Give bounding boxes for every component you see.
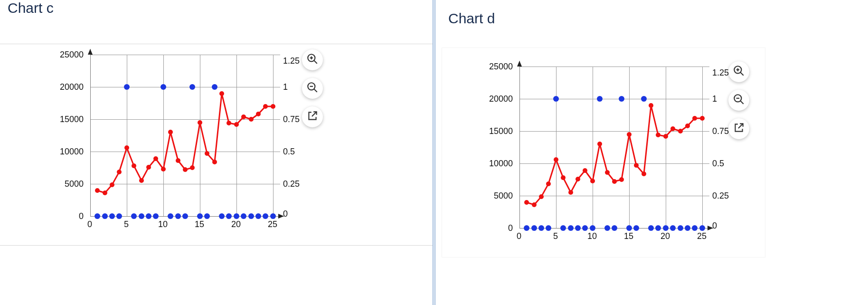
svg-point-56 (204, 213, 210, 219)
series-red (524, 103, 705, 207)
y2tick: 1.25 (283, 56, 300, 66)
svg-point-92 (539, 194, 544, 199)
svg-point-111 (678, 129, 683, 133)
svg-point-21 (132, 163, 136, 168)
xtick: 10 (587, 231, 597, 241)
svg-point-39 (263, 104, 268, 109)
svg-point-26 (168, 130, 173, 134)
zoom-in-icon (306, 53, 319, 67)
svg-point-38 (256, 112, 261, 116)
svg-point-121 (568, 225, 574, 231)
chart-d-title: Chart d (448, 10, 495, 27)
open-external-button[interactable] (728, 118, 749, 139)
svg-point-47 (139, 213, 144, 219)
svg-point-132 (648, 225, 654, 231)
svg-point-45 (124, 84, 130, 90)
svg-point-16 (95, 188, 100, 193)
y2tick: 1.25 (712, 68, 729, 78)
svg-line-73 (312, 112, 317, 116)
svg-point-30 (198, 120, 202, 125)
svg-point-127 (612, 225, 617, 231)
zoom-in-button[interactable] (728, 61, 749, 82)
svg-point-120 (560, 225, 566, 231)
svg-point-50 (160, 84, 166, 90)
svg-point-42 (102, 213, 108, 219)
svg-point-110 (670, 126, 675, 131)
zoom-in-icon (733, 65, 745, 79)
ytick: 5000 (56, 179, 84, 189)
xtick: 20 (231, 219, 241, 229)
svg-point-135 (670, 225, 676, 231)
svg-point-128 (619, 96, 624, 102)
svg-point-44 (116, 213, 122, 219)
svg-point-58 (219, 213, 225, 219)
y2tick: 0 (712, 221, 717, 231)
ytick: 25000 (56, 50, 84, 60)
zoom-out-button[interactable] (302, 78, 323, 99)
svg-point-37 (249, 117, 254, 122)
svg-point-51 (168, 213, 173, 219)
svg-point-31 (205, 151, 209, 156)
svg-point-63 (255, 213, 261, 219)
y2tick: 1 (712, 94, 717, 104)
open-external-icon (733, 122, 745, 136)
svg-point-36 (241, 114, 246, 119)
y2tick: 0.5 (283, 147, 295, 157)
xtick: 25 (268, 219, 277, 229)
series-red (95, 91, 275, 195)
svg-point-17 (103, 191, 107, 195)
svg-line-67 (314, 60, 317, 64)
svg-point-91 (532, 202, 537, 207)
ytick: 10000 (56, 147, 84, 157)
svg-point-93 (546, 181, 551, 186)
chart-c-plot (57, 45, 342, 245)
svg-point-43 (109, 213, 115, 219)
open-external-icon (306, 110, 319, 124)
svg-point-97 (576, 177, 580, 181)
chart-c-title: Chart c (8, 0, 54, 16)
svg-point-99 (590, 179, 595, 183)
svg-point-59 (226, 213, 232, 219)
svg-point-108 (656, 133, 660, 137)
svg-point-116 (531, 225, 537, 231)
zoom-out-button[interactable] (728, 90, 749, 111)
ytick: 25000 (485, 62, 513, 72)
zoom-out-icon (306, 81, 319, 95)
svg-point-105 (634, 163, 639, 168)
ytick: 5000 (485, 191, 513, 201)
svg-point-54 (189, 84, 195, 90)
svg-point-33 (219, 91, 224, 96)
y2tick: 0.25 (712, 191, 729, 201)
svg-point-130 (633, 225, 639, 231)
svg-point-102 (612, 179, 617, 184)
y2tick: 0.25 (283, 179, 300, 189)
ytick: 0 (485, 223, 513, 233)
chart-d-panel: Chart d (434, 0, 868, 305)
xtick: 5 (553, 231, 558, 241)
open-external-button[interactable] (302, 106, 323, 127)
svg-point-103 (619, 177, 624, 182)
chart-d-plot (486, 57, 771, 257)
svg-point-24 (153, 156, 158, 161)
xtick: 5 (124, 219, 129, 229)
svg-point-115 (524, 225, 529, 231)
svg-point-112 (685, 124, 690, 128)
xtick: 25 (697, 231, 707, 241)
svg-point-119 (553, 96, 559, 102)
svg-point-124 (590, 225, 595, 231)
svg-point-29 (190, 165, 195, 170)
svg-line-147 (738, 124, 743, 128)
svg-point-20 (124, 145, 129, 150)
svg-line-71 (314, 89, 317, 92)
svg-point-25 (161, 167, 166, 172)
svg-point-125 (597, 96, 603, 102)
svg-point-137 (685, 225, 690, 231)
svg-marker-89 (517, 61, 522, 67)
svg-point-52 (175, 213, 181, 219)
svg-line-141 (740, 72, 744, 76)
zoom-in-button[interactable] (302, 49, 323, 70)
svg-point-27 (176, 158, 180, 163)
svg-point-53 (182, 213, 188, 219)
xtick: 15 (624, 231, 633, 241)
svg-point-94 (554, 157, 558, 162)
